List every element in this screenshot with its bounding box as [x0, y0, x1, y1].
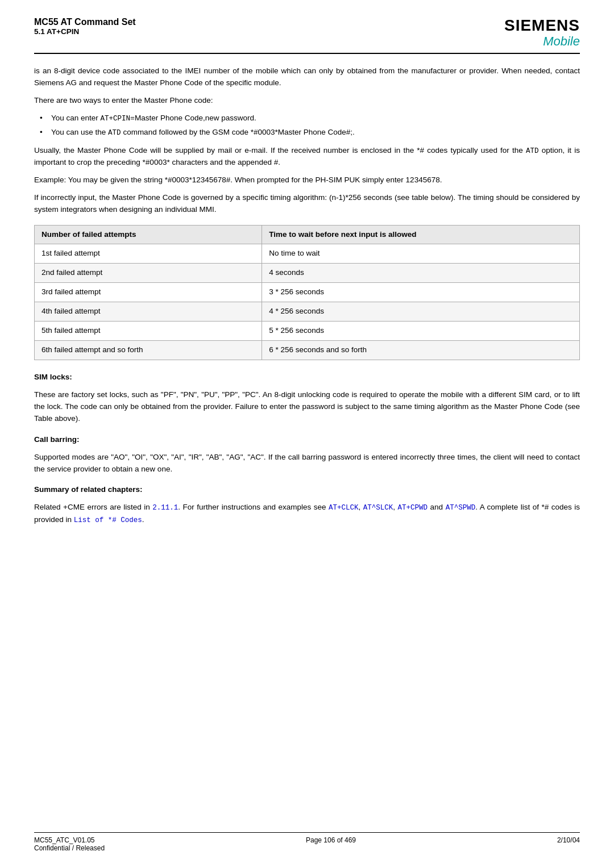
summary-prefix: Related +CME errors are listed in	[34, 503, 152, 511]
footer-date: 2/10/04	[557, 836, 580, 852]
header-right: SIEMENS Mobile	[504, 17, 580, 48]
summary-link-atclck[interactable]: AT+CLCK	[329, 504, 359, 512]
call-barring-label: Call barring:	[34, 434, 580, 446]
table-cell-4-1: 5 * 256 seconds	[262, 322, 580, 341]
table-cell-3-0: 4th failed attempt	[35, 302, 262, 322]
siemens-logo: SIEMENS	[504, 17, 580, 35]
bullet-item-2: You can use the ATD command followed by …	[45, 127, 580, 139]
bullet2-prefix: You can use the	[51, 128, 108, 136]
table-row: 6th failed attempt and so forth6 * 256 s…	[35, 341, 580, 360]
summary-link-atslck[interactable]: AT^SLCK	[363, 504, 393, 512]
summary-mid2: ,	[359, 503, 363, 511]
bullet1-prefix: You can enter	[51, 114, 101, 122]
bullet-list: You can enter AT+CPIN=Master Phone Code,…	[45, 112, 580, 139]
two-ways-intro: There are two ways to enter the Master P…	[34, 95, 580, 107]
para3: If incorrectly input, the Master Phone C…	[34, 192, 580, 216]
intro-paragraph: is an 8-digit device code associated to …	[34, 65, 580, 89]
summary-mid4: and	[428, 503, 446, 511]
page-footer: MC55_ATC_V01.05 Confidential / Released …	[34, 832, 580, 852]
table-cell-5-1: 6 * 256 seconds and so forth	[262, 341, 580, 360]
table-cell-5-0: 6th failed attempt and so forth	[35, 341, 262, 360]
header-left: MC55 AT Command Set 5.1 AT+CPIN	[34, 17, 136, 36]
summary-end: .	[142, 515, 144, 524]
para1-atd-code: ATD	[526, 147, 539, 155]
summary-mid3: ,	[393, 503, 397, 511]
table-cell-3-1: 4 * 256 seconds	[262, 302, 580, 322]
summary-mid1: . For further instructions and examples …	[178, 503, 329, 511]
para1: Usually, the Master Phone Code will be s…	[34, 145, 580, 169]
bullet-item-1: You can enter AT+CPIN=Master Phone Code,…	[45, 112, 580, 124]
table-cell-1-1: 4 seconds	[262, 264, 580, 283]
table-row: 2nd failed attempt4 seconds	[35, 264, 580, 283]
footer-doc-id: MC55_ATC_V01.05	[34, 836, 105, 844]
summary-text: Related +CME errors are listed in 2.11.1…	[34, 502, 580, 526]
summary-link-atcpwd[interactable]: AT+CPWD	[398, 504, 428, 512]
footer-left: MC55_ATC_V01.05 Confidential / Released	[34, 836, 105, 852]
table-cell-0-1: No time to wait	[262, 244, 580, 264]
table-cell-2-1: 3 * 256 seconds	[262, 283, 580, 302]
table-row: 5th failed attempt5 * 256 seconds	[35, 322, 580, 341]
bullet1-suffix: =Master Phone Code,new password.	[130, 114, 256, 122]
table-cell-2-0: 3rd failed attempt	[35, 283, 262, 302]
table-cell-4-0: 5th failed attempt	[35, 322, 262, 341]
bullet2-suffix: command followed by the GSM code *#0003*…	[123, 128, 355, 136]
sim-locks-section: SIM locks: These are factory set locks, …	[34, 372, 580, 425]
sim-locks-label: SIM locks:	[34, 372, 580, 383]
summary-link-2111[interactable]: 2.11.1	[152, 504, 178, 512]
table-row: 4th failed attempt4 * 256 seconds	[35, 302, 580, 322]
bullet1-code: AT+CPIN	[101, 115, 131, 123]
sim-locks-text: These are factory set locks, such as "PF…	[34, 389, 580, 425]
table-row: 3rd failed attempt3 * 256 seconds	[35, 283, 580, 302]
page-header: MC55 AT Command Set 5.1 AT+CPIN SIEMENS …	[34, 17, 580, 54]
page: MC55 AT Command Set 5.1 AT+CPIN SIEMENS …	[0, 0, 614, 868]
document-title: MC55 AT Command Set	[34, 17, 136, 27]
bullet2-code: ATD	[108, 129, 121, 137]
table-col-header-2: Time to wait before next input is allowe…	[262, 225, 580, 244]
timing-table: Number of failed attempts Time to wait b…	[34, 225, 580, 360]
summary-link-list[interactable]: List of *# Codes	[74, 516, 142, 524]
main-content: is an 8-digit device code associated to …	[34, 65, 580, 526]
table-cell-0-0: 1st failed attempt	[35, 244, 262, 264]
table-header-row: Number of failed attempts Time to wait b…	[35, 225, 580, 244]
table-col-header-1: Number of failed attempts	[35, 225, 262, 244]
call-barring-section: Call barring: Supported modes are "AO", …	[34, 434, 580, 475]
table-cell-1-0: 2nd failed attempt	[35, 264, 262, 283]
summary-label: Summary of related chapters:	[34, 484, 580, 496]
footer-page-number: Page 106 of 469	[306, 836, 356, 852]
section-title: 5.1 AT+CPIN	[34, 27, 136, 36]
summary-link-atspwd[interactable]: AT^SPWD	[446, 504, 476, 512]
para2: Example: You may be given the string *#0…	[34, 174, 580, 186]
footer-classification: Confidential / Released	[34, 844, 105, 852]
summary-section: Summary of related chapters: Related +CM…	[34, 484, 580, 526]
mobile-logo: Mobile	[504, 35, 580, 48]
call-barring-text: Supported modes are "AO", "OI", "OX", "A…	[34, 452, 580, 475]
table-row: 1st failed attemptNo time to wait	[35, 244, 580, 264]
